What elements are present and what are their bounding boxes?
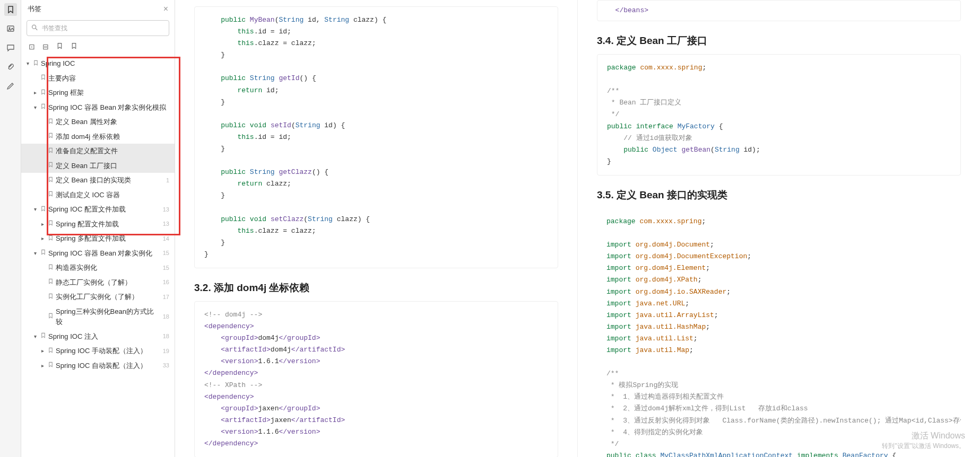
- tree-item[interactable]: 构造器实例化15: [21, 260, 175, 275]
- tree-page: 14: [163, 234, 169, 243]
- tree-item[interactable]: ▾Spring IOC: [21, 56, 175, 71]
- heading-3-2: 3.2. 添加 dom4j 坐标依赖: [194, 281, 558, 295]
- tree-page: 13: [163, 205, 169, 214]
- chevron-icon: ▾: [32, 205, 38, 213]
- tree-item[interactable]: 添加 dom4j 坐标依赖: [21, 129, 175, 144]
- chevron-icon: ▸: [39, 234, 46, 242]
- bookmark-glyph-icon: [48, 361, 54, 370]
- tree-item[interactable]: 定义 Bean 接口的实现类1: [21, 173, 175, 188]
- tree-page: 33: [163, 361, 169, 370]
- tree-label: 静态工厂实例化（了解）: [56, 277, 161, 288]
- chevron-icon: ▸: [32, 89, 38, 96]
- tree-label: Spring IOC: [41, 58, 167, 69]
- tree-item[interactable]: ▸Spring 多配置文件加载14: [21, 231, 175, 246]
- search-input[interactable]: [27, 20, 169, 36]
- bookmark-glyph-icon: [48, 219, 54, 228]
- chat-icon[interactable]: [4, 41, 17, 54]
- tree-item[interactable]: 测试自定义 IOC 容器: [21, 188, 175, 203]
- bookmark-glyph-icon: [40, 331, 46, 341]
- bookmark-panel: 书签 × ⊡ ⊟ ▾Spring IOC主要内容▸Spring 框架▾Sprin…: [21, 0, 175, 457]
- code-block-mybean: public MyBean(String id, String clazz) {…: [194, 6, 558, 268]
- chevron-icon: ▸: [39, 362, 46, 370]
- content-column-right: </beans> 3.4. 定义 Bean 工厂接口 package com.x…: [577, 0, 980, 457]
- chevron-icon: ▾: [24, 59, 31, 67]
- tree-item[interactable]: ▾Spring IOC 容器 Bean 对象实例化15: [21, 246, 175, 261]
- tree-item[interactable]: ▸Spring 框架: [21, 85, 175, 100]
- tree-item[interactable]: ▸Spring IOC 自动装配（注入）33: [21, 358, 175, 373]
- tree-label: Spring 配置文件加载: [56, 219, 161, 230]
- bookmark-glyph-icon: [40, 73, 46, 83]
- tree-item[interactable]: ▾Spring IOC 配置文件加载13: [21, 202, 175, 217]
- bookmark-glyph-icon: [40, 248, 46, 258]
- search-icon: [31, 24, 38, 33]
- code-block-myfactory: package com.xxxx.spring; /** * Bean 工厂接口…: [597, 54, 961, 175]
- attach-icon[interactable]: [4, 60, 17, 73]
- tree-label: 准备自定义配置文件: [56, 146, 167, 156]
- bookmark-glyph-icon: [48, 312, 54, 321]
- bookmark-glyph-icon: [48, 117, 54, 127]
- tree-label: Spring三种实例化Bean的方式比较: [56, 306, 161, 327]
- tree-page: 1: [166, 176, 169, 185]
- chevron-icon: ▾: [32, 103, 38, 111]
- tree-page: 13: [163, 219, 169, 228]
- tree-label: Spring IOC 注入: [48, 331, 161, 342]
- tree-page: 16: [163, 278, 169, 287]
- tree-label: Spring IOC 容器 Bean 对象实例化模拟: [48, 102, 167, 113]
- heading-3-4: 3.4. 定义 Bean 工厂接口: [597, 34, 961, 48]
- bookmark-glyph-icon: [48, 277, 54, 287]
- chevron-icon: ▸: [39, 220, 46, 228]
- code-block-dom4j: <!-- dom4j --> <dependency> <groupId>dom…: [194, 301, 558, 457]
- bookmark-glyph-icon: [40, 88, 46, 98]
- tree-item[interactable]: ▸Spring 配置文件加载13: [21, 217, 175, 232]
- tree-item[interactable]: 实例化工厂实例化（了解）17: [21, 289, 175, 304]
- tree-item[interactable]: ▸Spring IOC 手动装配（注入）19: [21, 344, 175, 358]
- tree-page: 19: [163, 347, 169, 356]
- code-block-impl: package com.xxxx.spring; import org.dom4…: [597, 208, 961, 457]
- bookmark-glyph-icon: [48, 146, 54, 156]
- tree-label: Spring 多配置文件加载: [56, 233, 161, 244]
- image-icon[interactable]: [4, 22, 17, 35]
- tree-label: Spring IOC 配置文件加载: [48, 204, 161, 215]
- tree-label: 定义 Bean 工厂接口: [56, 161, 167, 171]
- panel-title: 书签: [28, 4, 41, 14]
- heading-3-5: 3.5. 定义 Bean 接口的实现类: [597, 188, 961, 202]
- tree-item[interactable]: ▾Spring IOC 容器 Bean 对象实例化模拟: [21, 100, 175, 115]
- bookmark-icon[interactable]: [4, 3, 17, 16]
- tree-label: 主要内容: [48, 73, 167, 84]
- tree-item[interactable]: 主要内容: [21, 71, 175, 86]
- code-block-beans-close: </beans>: [597, 0, 961, 21]
- tree-page: 18: [163, 312, 169, 321]
- bookmark-glyph-icon: [48, 263, 54, 273]
- bookmark-glyph-icon: [40, 102, 46, 112]
- collapse-all-icon[interactable]: ⊟: [42, 42, 49, 51]
- tree-label: 测试自定义 IOC 容器: [56, 190, 167, 200]
- tree-item[interactable]: 定义 Bean 属性对象: [21, 115, 175, 129]
- tree-label: 实例化工厂实例化（了解）: [56, 292, 161, 302]
- bookmark-glyph-icon: [48, 346, 54, 356]
- bookmark-glyph-icon: [48, 175, 54, 185]
- bookmark-outline-icon[interactable]: [71, 42, 77, 51]
- svg-point-2: [32, 25, 36, 29]
- add-bookmark-icon[interactable]: [56, 42, 63, 51]
- tree-item[interactable]: ▾Spring IOC 注入18: [21, 329, 175, 344]
- tree-page: 17: [163, 293, 169, 302]
- tree-item[interactable]: Spring三种实例化Bean的方式比较18: [21, 304, 175, 329]
- tree-page: 18: [163, 332, 169, 341]
- tree-page: 15: [163, 263, 169, 273]
- tree-label: 定义 Bean 属性对象: [56, 117, 167, 127]
- tree-label: Spring IOC 容器 Bean 对象实例化: [48, 248, 161, 259]
- left-icon-rail: [0, 0, 21, 457]
- bookmark-glyph-icon: [40, 205, 46, 214]
- edit-icon[interactable]: [4, 80, 17, 92]
- chevron-icon: ▾: [32, 249, 38, 257]
- tree-item[interactable]: 准备自定义配置文件: [21, 144, 175, 159]
- close-icon[interactable]: ×: [163, 4, 168, 14]
- expand-all-icon[interactable]: ⊡: [29, 42, 35, 51]
- tree-item[interactable]: 定义 Bean 工厂接口: [21, 159, 175, 173]
- tree-item[interactable]: 静态工厂实例化（了解）16: [21, 275, 175, 290]
- chevron-icon: ▸: [39, 347, 46, 355]
- tree-label: Spring 框架: [48, 87, 167, 98]
- tree-page: 15: [163, 249, 169, 258]
- panel-tools: ⊡ ⊟: [21, 38, 175, 55]
- bookmark-glyph-icon: [33, 59, 39, 68]
